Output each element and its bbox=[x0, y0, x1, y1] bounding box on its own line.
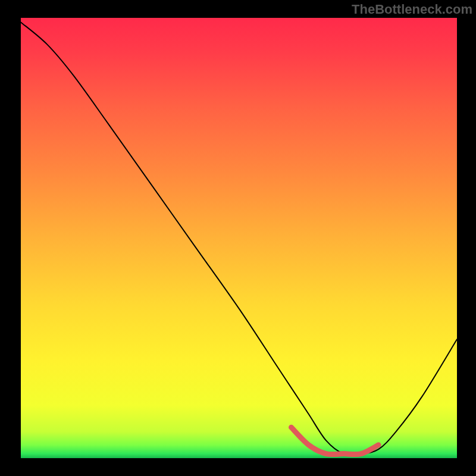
watermark-text: TheBottleneck.com bbox=[352, 2, 472, 17]
gradient-background bbox=[21, 18, 457, 458]
bottleneck-chart bbox=[0, 0, 476, 476]
